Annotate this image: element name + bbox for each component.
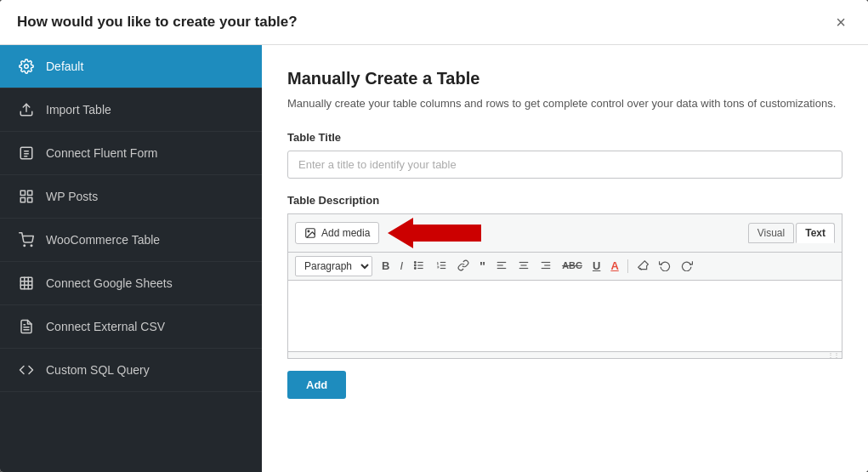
table-desc-label: Table Description: [287, 194, 842, 207]
section-heading: Manually Create a Table: [287, 69, 842, 88]
sheets-icon: [17, 276, 36, 291]
svg-rect-7: [28, 191, 32, 195]
main-content: Manually Create a Table Manually create …: [262, 45, 868, 472]
svg-point-27: [414, 264, 416, 266]
visual-tab[interactable]: Visual: [748, 223, 794, 243]
italic-button[interactable]: I: [395, 258, 407, 274]
csv-icon: [17, 319, 36, 334]
svg-point-26: [414, 261, 416, 263]
eraser-button[interactable]: [633, 257, 653, 276]
sidebar: Default Import Table: [0, 45, 262, 472]
sidebar-item-wp-posts[interactable]: WP Posts: [0, 175, 262, 219]
redo-button[interactable]: [677, 257, 697, 276]
align-right-button[interactable]: [536, 257, 556, 276]
sidebar-item-label-csv: Connect External CSV: [46, 320, 165, 333]
add-media-icon: [304, 227, 316, 239]
sidebar-item-fluent-form[interactable]: Connect Fluent Form: [0, 132, 262, 175]
resize-indicator: ⋮⋮: [827, 351, 839, 359]
modal-title: How would you like to create your table?: [17, 14, 298, 31]
sidebar-item-default[interactable]: Default: [0, 45, 262, 88]
align-center-button[interactable]: [513, 257, 534, 276]
add-button[interactable]: Add: [287, 371, 346, 399]
svg-point-28: [414, 267, 416, 269]
svg-point-20: [308, 230, 309, 232]
sidebar-item-label-sql: Custom SQL Query: [46, 363, 150, 377]
svg-point-0: [25, 65, 29, 69]
add-media-wrapper: Add media: [295, 218, 481, 248]
blockquote-button[interactable]: ": [475, 257, 490, 275]
woo-icon: [17, 232, 36, 247]
svg-point-10: [24, 245, 26, 247]
sidebar-item-woocommerce[interactable]: WooCommerce Table: [0, 219, 262, 262]
text-tab[interactable]: Text: [796, 223, 835, 243]
sidebar-item-label-woo: WooCommerce Table: [46, 233, 160, 247]
visual-text-tabs: Visual Text: [748, 223, 835, 243]
underline-button[interactable]: U: [588, 258, 604, 274]
format-toolbar: Paragraph B I ": [287, 252, 842, 280]
sidebar-item-import-table[interactable]: Import Table: [0, 88, 262, 132]
modal: How would you like to create your table?…: [0, 0, 868, 472]
toolbar-divider: [627, 259, 628, 273]
sidebar-item-label-fluent: Connect Fluent Form: [46, 146, 158, 160]
ul-button[interactable]: [409, 257, 429, 276]
sidebar-item-label-wp-posts: WP Posts: [46, 190, 98, 203]
editor-resize-handle[interactable]: ⋮⋮: [287, 352, 842, 359]
modal-body: Default Import Table: [0, 45, 868, 472]
sql-icon: [17, 362, 36, 378]
table-title-input[interactable]: [287, 151, 842, 179]
sidebar-item-label-import: Import Table: [46, 103, 111, 117]
add-media-label: Add media: [321, 227, 370, 239]
strikethrough-button[interactable]: ABC: [558, 259, 587, 273]
align-left-button[interactable]: [491, 257, 512, 276]
ol-button[interactable]: [431, 257, 451, 276]
svg-rect-12: [20, 277, 32, 289]
sidebar-item-csv[interactable]: Connect External CSV: [0, 305, 262, 349]
svg-rect-8: [28, 198, 32, 202]
form-icon: [17, 145, 36, 161]
sidebar-item-google-sheets[interactable]: Connect Google Sheets: [0, 262, 262, 305]
table-title-label: Table Title: [287, 131, 842, 144]
sidebar-item-label-default: Default: [46, 60, 83, 73]
text-color-button[interactable]: A: [606, 258, 622, 274]
svg-point-11: [31, 245, 32, 247]
paragraph-select[interactable]: Paragraph: [295, 256, 372, 276]
svg-marker-22: [388, 218, 481, 248]
section-description: Manually create your table columns and r…: [287, 95, 842, 112]
upload-icon: [17, 102, 36, 117]
undo-button[interactable]: [655, 257, 675, 276]
modal-header: How would you like to create your table?…: [0, 0, 868, 45]
posts-icon: [17, 189, 36, 204]
svg-rect-6: [20, 191, 25, 195]
close-button[interactable]: ×: [831, 12, 851, 32]
sidebar-item-sql[interactable]: Custom SQL Query: [0, 349, 262, 392]
add-media-button[interactable]: Add media: [295, 222, 379, 244]
bold-button[interactable]: B: [377, 258, 394, 274]
link-button[interactable]: [453, 257, 474, 276]
red-arrow: [388, 218, 481, 248]
svg-rect-9: [20, 198, 25, 202]
gear-icon: [17, 59, 36, 74]
editor-top-toolbar: Add media Visual Te: [287, 213, 842, 252]
sidebar-item-label-sheets: Connect Google Sheets: [46, 276, 173, 290]
editor-body[interactable]: [287, 280, 842, 352]
